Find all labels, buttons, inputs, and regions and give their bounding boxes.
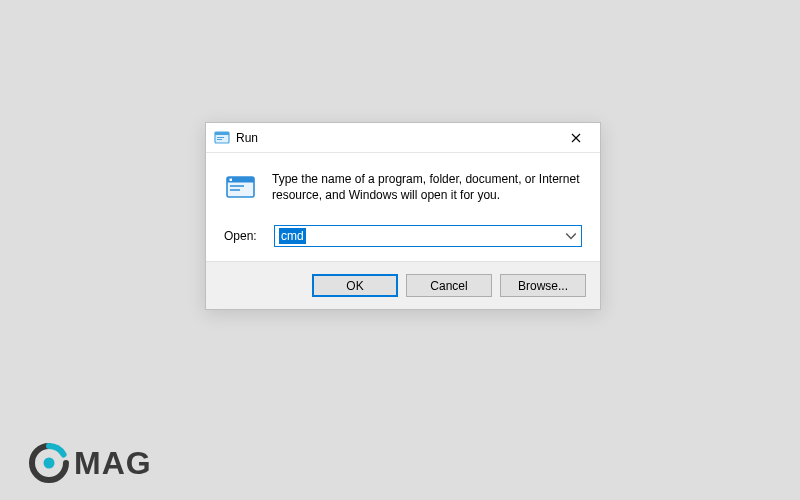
- open-row: Open: cmd: [224, 225, 582, 247]
- brand-logo-text: MAG: [74, 445, 152, 482]
- svg-rect-6: [230, 179, 233, 182]
- brand-logo: MAG: [28, 442, 152, 484]
- run-dialog: Run Type the name of a program, folder, …: [205, 122, 601, 310]
- open-combobox[interactable]: cmd: [274, 225, 582, 247]
- browse-button[interactable]: Browse...: [500, 274, 586, 297]
- dialog-title: Run: [236, 131, 554, 145]
- open-label: Open:: [224, 229, 260, 243]
- run-title-icon: [214, 130, 230, 146]
- svg-rect-3: [217, 139, 222, 140]
- close-icon: [571, 133, 581, 143]
- cancel-button[interactable]: Cancel: [406, 274, 492, 297]
- svg-rect-8: [230, 189, 240, 191]
- brand-logo-icon: [28, 442, 70, 484]
- svg-rect-1: [215, 132, 229, 135]
- svg-rect-7: [230, 185, 244, 187]
- run-program-icon: [224, 171, 258, 205]
- titlebar[interactable]: Run: [206, 123, 600, 153]
- ok-button[interactable]: OK: [312, 274, 398, 297]
- dialog-footer: OK Cancel Browse...: [206, 261, 600, 309]
- dialog-description: Type the name of a program, folder, docu…: [272, 171, 582, 203]
- svg-point-9: [44, 458, 55, 469]
- info-row: Type the name of a program, folder, docu…: [224, 171, 582, 205]
- chevron-down-icon[interactable]: [565, 230, 577, 242]
- dialog-body: Type the name of a program, folder, docu…: [206, 153, 600, 261]
- open-input-value[interactable]: cmd: [279, 228, 306, 244]
- close-button[interactable]: [554, 124, 598, 152]
- svg-rect-2: [217, 137, 224, 138]
